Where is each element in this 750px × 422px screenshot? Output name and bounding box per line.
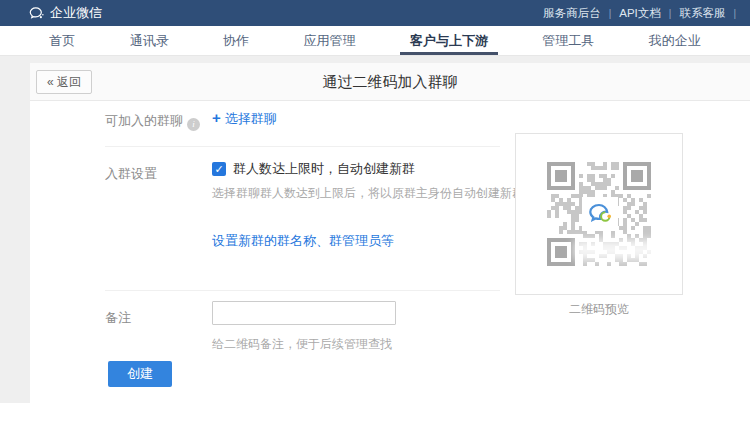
content-panel: « 返回 通过二维码加入群聊 可加入的群聊i +选择群聊 入群设置 ✓ 群人数达… xyxy=(30,63,750,403)
topbar-links: 服务商后台 | API文档 | 联系客服 | xyxy=(535,6,736,21)
topbar-link-service-provider[interactable]: 服务商后台 xyxy=(535,6,609,21)
remark-helper: 给二维码备注，便于后续管理查找 xyxy=(212,336,392,353)
qr-preview-card xyxy=(515,133,683,295)
topbar-link-api-docs[interactable]: API文档 xyxy=(611,6,669,21)
nav-contacts[interactable]: 通讯录 xyxy=(126,26,173,55)
nav-app-management[interactable]: 应用管理 xyxy=(299,26,359,55)
section-divider xyxy=(105,290,500,291)
create-button[interactable]: 创建 xyxy=(108,361,172,387)
join-settings-helper: 选择群聊群人数达到上限后，将以原群主身份自动创建新群 xyxy=(212,185,524,202)
new-group-settings-link[interactable]: 设置新群的群名称、群管理员等 xyxy=(212,232,394,250)
checkbox-checked-icon[interactable]: ✓ xyxy=(212,162,226,176)
auto-create-group-checkbox-row[interactable]: ✓ 群人数达上限时，自动创建新群 xyxy=(212,160,415,178)
wecom-logo-icon xyxy=(28,5,45,22)
qr-watermark-blur xyxy=(574,240,660,260)
nav-my-company[interactable]: 我的企业 xyxy=(645,26,705,55)
panel-body: 可加入的群聊i +选择群聊 入群设置 ✓ 群人数达上限时，自动创建新群 选择群聊… xyxy=(30,101,750,403)
remark-label: 备注 xyxy=(105,309,131,327)
join-settings-label: 入群设置 xyxy=(105,165,157,183)
topbar-link-contact-support[interactable]: 联系客服 xyxy=(671,6,733,21)
topbar: 企业微信 服务商后台 | API文档 | 联系客服 | xyxy=(0,0,750,26)
remark-input[interactable] xyxy=(212,301,396,325)
nav-collaboration[interactable]: 协作 xyxy=(219,26,253,55)
page-title: 通过二维码加入群聊 xyxy=(30,63,750,101)
panel-header: « 返回 通过二维码加入群聊 xyxy=(30,63,750,101)
info-icon[interactable]: i xyxy=(187,118,200,131)
separator: | xyxy=(733,8,736,19)
checkbox-label[interactable]: 群人数达上限时，自动创建新群 xyxy=(233,160,415,178)
qr-preview-caption: 二维码预览 xyxy=(515,301,683,318)
select-group-link[interactable]: +选择群聊 xyxy=(212,109,277,128)
nav-home[interactable]: 首页 xyxy=(45,26,79,55)
nav-customers-upstream-downstream[interactable]: 客户与上下游 xyxy=(406,26,492,55)
plus-icon: + xyxy=(212,109,221,126)
main-nav: 首页 通讯录 协作 应用管理 客户与上下游 管理工具 我的企业 xyxy=(0,26,750,56)
wecom-qr-logo-icon xyxy=(582,197,618,231)
section-divider xyxy=(105,146,500,147)
joinable-group-label: 可加入的群聊i xyxy=(105,112,200,131)
brand[interactable]: 企业微信 xyxy=(28,4,102,22)
nav-management-tools[interactable]: 管理工具 xyxy=(538,26,598,55)
brand-name: 企业微信 xyxy=(50,4,102,22)
